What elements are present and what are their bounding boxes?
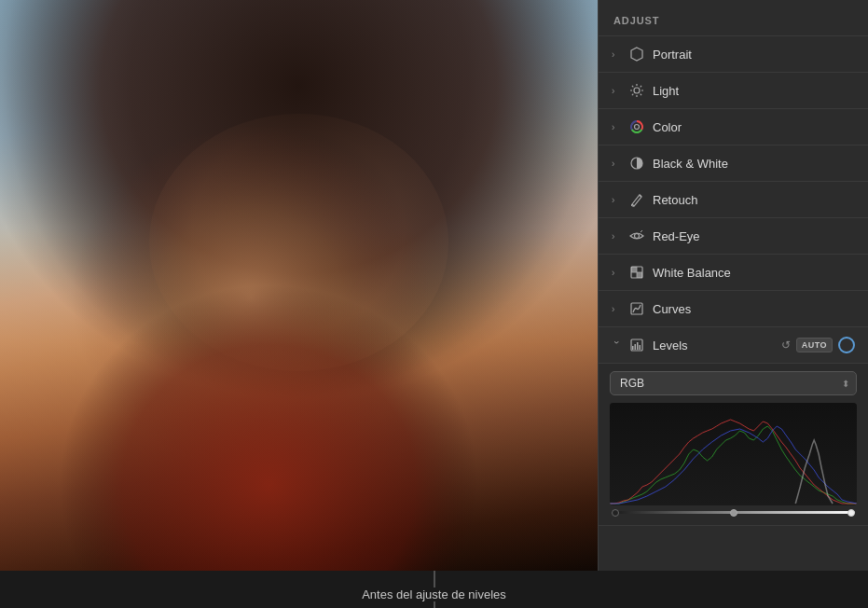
chevron-portrait: › <box>612 49 621 60</box>
chevron-levels: › <box>612 340 622 350</box>
adjust-items-list: › Portrait › <box>599 36 868 571</box>
svg-point-17 <box>635 234 640 239</box>
whitebalance-label: White Balance <box>653 266 855 280</box>
caption-text: Antes del ajuste de niveles <box>354 587 514 601</box>
chevron-bw: › <box>612 159 621 169</box>
svg-line-18 <box>641 230 642 232</box>
chevron-curves: › <box>612 304 621 314</box>
levels-label: Levels <box>653 339 781 352</box>
levels-icon <box>628 337 645 353</box>
adjust-item-bw[interactable]: › Black & White <box>599 145 868 182</box>
levels-auto-button[interactable]: AUTO <box>796 338 833 352</box>
retouch-icon <box>628 191 645 208</box>
chevron-light: › <box>612 86 621 96</box>
main-container: ADJUST › Portrait › <box>0 0 868 571</box>
svg-point-15 <box>635 125 640 130</box>
levels-toggle-button[interactable] <box>838 337 855 353</box>
levels-slider-track <box>612 511 855 514</box>
histogram-svg <box>610 403 857 505</box>
svg-point-5 <box>634 88 640 93</box>
photo-area <box>0 0 598 571</box>
rgb-channel-wrapper: RGB Red Green Blue Luminance ⬍ <box>610 371 857 395</box>
chevron-retouch: › <box>612 195 621 205</box>
color-label: Color <box>653 120 855 134</box>
chevron-color: › <box>612 122 621 132</box>
sidebar: ADJUST › Portrait › <box>598 0 868 571</box>
curves-label: Curves <box>653 302 855 316</box>
sidebar-header: ADJUST <box>599 0 868 36</box>
portrait-icon <box>628 46 645 62</box>
levels-sliders <box>610 505 857 514</box>
portrait-face-layer <box>149 114 448 370</box>
svg-line-12 <box>641 86 641 87</box>
curves-icon <box>628 300 645 317</box>
adjust-item-curves[interactable]: › Curves <box>599 291 868 327</box>
light-label: Light <box>653 84 855 98</box>
red-eye-icon <box>628 228 645 244</box>
chevron-whitebalance: › <box>612 268 621 278</box>
levels-actions: ↺ AUTO <box>781 337 855 353</box>
adjust-item-portrait[interactable]: › Portrait <box>599 36 868 73</box>
adjust-item-light[interactable]: › Light <box>599 73 868 109</box>
svg-rect-21 <box>637 272 642 278</box>
rgb-channel-select[interactable]: RGB Red Green Blue Luminance <box>610 371 857 395</box>
white-balance-icon <box>628 264 645 281</box>
sidebar-title: ADJUST <box>613 15 659 26</box>
bw-icon <box>628 155 645 172</box>
histogram-chart <box>610 403 857 505</box>
svg-rect-29 <box>640 345 641 350</box>
color-icon <box>628 118 645 135</box>
levels-section: RGB Red Green Blue Luminance ⬍ <box>599 364 868 526</box>
svg-line-11 <box>641 94 641 95</box>
svg-marker-4 <box>631 48 642 61</box>
adjust-item-levels[interactable]: › Levels ↺ AUTO <box>599 327 868 364</box>
levels-mid-thumb[interactable] <box>730 509 737 517</box>
svg-line-13 <box>632 94 633 95</box>
retouch-label: Retouch <box>653 193 855 207</box>
caption-area: Antes del ajuste de niveles <box>0 571 868 608</box>
svg-rect-28 <box>637 342 639 350</box>
adjust-item-color[interactable]: › Color <box>599 109 868 145</box>
svg-rect-26 <box>632 346 634 350</box>
levels-black-thumb[interactable] <box>612 509 619 517</box>
portrait-label: Portrait <box>653 48 855 62</box>
svg-line-10 <box>632 86 633 87</box>
svg-rect-20 <box>631 267 637 272</box>
redeye-label: Red-Eye <box>653 229 855 243</box>
levels-reset-button[interactable]: ↺ <box>781 339 791 352</box>
adjust-item-whitebalance[interactable]: › White Balance <box>599 255 868 291</box>
bw-label: Black & White <box>653 157 855 171</box>
adjust-item-redeye[interactable]: › Red-Eye <box>599 218 868 255</box>
levels-white-thumb[interactable] <box>847 509 855 517</box>
chevron-redeye: › <box>612 231 621 242</box>
adjust-item-retouch[interactable]: › Retouch <box>599 182 868 218</box>
light-icon <box>628 82 645 99</box>
svg-rect-27 <box>635 344 637 350</box>
